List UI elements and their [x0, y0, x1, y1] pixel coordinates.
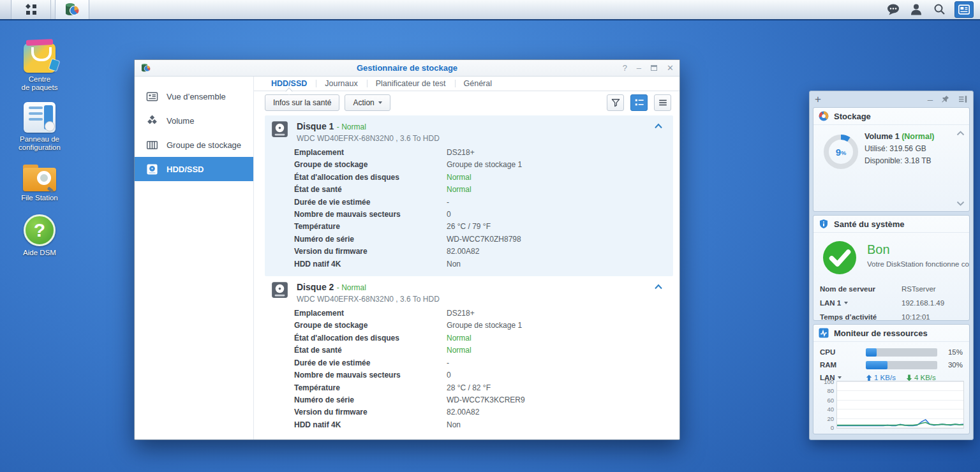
- sidebar-item-label: Vue d’ensemble: [167, 92, 226, 101]
- search-button[interactable]: [932, 2, 947, 17]
- disk-detail-row: Numéro de sérieWD-WCC7K3KCRER9: [271, 394, 667, 406]
- filter-funnel-icon: [611, 98, 621, 108]
- ram-usage-percent: 30%: [948, 361, 963, 369]
- pin-icon[interactable]: [940, 94, 950, 104]
- control-panel-icon: [24, 102, 56, 133]
- action-dropdown-button[interactable]: Action: [345, 94, 390, 111]
- disk-detail-row: État de santéNormal: [271, 184, 667, 196]
- disk-detail-row: Groupe de stockageGroupe de stockage 1: [271, 320, 667, 332]
- health-info-button[interactable]: Infos sur la santé: [265, 94, 339, 111]
- cpu-usage-bar: [866, 348, 937, 357]
- disk-title: Disque 2: [297, 282, 334, 292]
- window-titlebar[interactable]: Gestionnaire de stockage ? – ✕: [135, 60, 679, 77]
- tab-bar: HDD/SSD Journaux Planificateur de test G…: [254, 77, 679, 91]
- dropdown-caret-icon[interactable]: [838, 376, 842, 379]
- detail-view-icon: [634, 98, 644, 108]
- help-question-icon: ?: [24, 214, 56, 246]
- cpu-usage-row: CPU 15%: [813, 346, 969, 358]
- notifications-button[interactable]: [886, 2, 901, 17]
- taskbar-app-storage-manager[interactable]: [55, 0, 89, 19]
- collapse-chevron-icon[interactable]: [654, 284, 663, 290]
- tab-hdd-ssd[interactable]: HDD/SSD: [262, 77, 316, 91]
- widgets-toggle-button[interactable]: [954, 1, 974, 18]
- filter-button[interactable]: [607, 94, 624, 111]
- sidebar-item-hdd-ssd[interactable]: HDD/SSD: [135, 157, 253, 181]
- add-widget-button[interactable]: +: [815, 94, 821, 105]
- lan-traffic-chart: 100 80 60 40 20 0: [819, 381, 964, 429]
- disk-detail-row: État d'allocation des disquesNormal: [271, 172, 667, 184]
- close-button[interactable]: ✕: [667, 64, 674, 72]
- storage-pool-icon: [146, 139, 158, 151]
- hdd-disk-icon: [146, 163, 158, 175]
- sidebar-item-overview[interactable]: Vue d’ensemble: [135, 84, 253, 108]
- y-tick: 40: [827, 406, 834, 413]
- disk-detail-row: Groupe de stockageGroupe de stockage 1: [271, 159, 667, 171]
- y-tick: 0: [831, 424, 834, 431]
- disk-status: - Normal: [337, 283, 366, 292]
- ram-usage-bar: [866, 361, 937, 369]
- desktop-icon-label: Aide DSM: [6, 249, 73, 257]
- tab-general[interactable]: Général: [455, 77, 501, 91]
- sidebar-item-volume[interactable]: Volume: [135, 108, 253, 133]
- window-content: HDD/SSD Journaux Planificateur de test G…: [254, 77, 679, 439]
- panel-minimize-button[interactable]: –: [928, 94, 933, 104]
- chat-bubble-icon: [886, 3, 900, 17]
- minimize-button[interactable]: –: [637, 64, 641, 72]
- file-station-icon: [23, 165, 56, 191]
- desktop-icon-label: File Station: [6, 194, 73, 202]
- widget-card-icon: [958, 3, 970, 16]
- volume-used-percent: 9: [836, 147, 841, 158]
- lan-chart-svg: [837, 381, 963, 428]
- widget-panel: + –: [809, 91, 974, 440]
- window-sidebar: Vue d’ensemble Volume: [135, 77, 254, 439]
- package-center-icon: [24, 43, 56, 73]
- dropdown-caret-icon: [378, 101, 382, 104]
- sidebar-item-storage-pool[interactable]: Groupe de stockage: [135, 133, 253, 157]
- collapse-chevron-icon[interactable]: [654, 123, 663, 129]
- dock-panel-icon[interactable]: [958, 94, 968, 104]
- main-menu-button[interactable]: [11, 0, 51, 19]
- desktop-icon-package-center[interactable]: Centrede paquets: [6, 37, 73, 92]
- volume-status: (Normal): [902, 132, 934, 141]
- detail-view-button[interactable]: [630, 94, 648, 111]
- maximize-button[interactable]: [651, 65, 657, 71]
- disk-detail-row: Température26 °C / 79 °F: [271, 221, 667, 233]
- download-arrow-icon: [906, 374, 912, 381]
- storage-manager-window: Gestionnaire de stockage ? – ✕ Vue d’ens…: [134, 59, 680, 440]
- disk-detail-row: État de santéNormal: [271, 344, 667, 357]
- widget-panel-header: + –: [810, 91, 973, 107]
- volume-usage-donut: 9%: [822, 133, 859, 170]
- user-options-button[interactable]: [909, 2, 924, 17]
- scroll-up-chevron-icon[interactable]: [956, 131, 965, 136]
- disk-detail-row: HDD natif 4KNon: [271, 258, 667, 270]
- widget-title: Santé du système: [834, 219, 905, 229]
- disk-detail-row: Version du firmware82.00A82: [271, 246, 667, 258]
- hdd-drive-icon: [271, 281, 288, 304]
- show-desktop-strip[interactable]: [0, 0, 11, 19]
- taskbar: [0, 0, 980, 20]
- desktop-icon-file-station[interactable]: File Station: [6, 156, 73, 202]
- tab-planificateur[interactable]: Planificateur de test: [367, 77, 455, 91]
- disk-detail-row: EmplacementDS218+: [271, 147, 667, 159]
- disk-detail-row: HDD natif 4KNon: [271, 419, 667, 431]
- desktop-icon-label: Centre: [6, 75, 73, 84]
- sidebar-item-label: Groupe de stockage: [167, 140, 241, 150]
- disk-detail-row: Numéro de sérieWD-WCC7K0ZH8798: [271, 233, 667, 246]
- widget-storage: Stockage 9% Volume 1 (Normal) Utilisé: 3…: [813, 107, 970, 212]
- taskbar-right: [886, 0, 980, 19]
- disk-model: WDC WD40EFRX-68N32N0 , 3.6 To HDD: [297, 295, 440, 304]
- disk-detail-row: EmplacementDS218+: [271, 307, 667, 320]
- tab-journaux[interactable]: Journaux: [316, 77, 366, 91]
- overview-icon: [146, 91, 158, 103]
- disk-detail-row: Durée de vie estimée-: [271, 196, 667, 209]
- desktop-icon-dsm-help[interactable]: ? Aide DSM: [6, 210, 73, 257]
- y-tick: 80: [827, 387, 834, 394]
- list-view-button[interactable]: [654, 94, 671, 111]
- disk-panel-1: Disque 1 - Normal WDC WD40EFRX-68N32N0 ,…: [265, 115, 673, 276]
- scroll-down-chevron-icon[interactable]: [956, 201, 965, 206]
- y-tick: 60: [827, 397, 834, 404]
- desktop-icon-control-panel[interactable]: Panneau deconfiguration: [6, 97, 73, 152]
- disk-detail-row: Nombre de mauvais secteurs0: [271, 209, 667, 221]
- help-button[interactable]: ?: [623, 64, 627, 72]
- dropdown-caret-icon[interactable]: [844, 302, 848, 304]
